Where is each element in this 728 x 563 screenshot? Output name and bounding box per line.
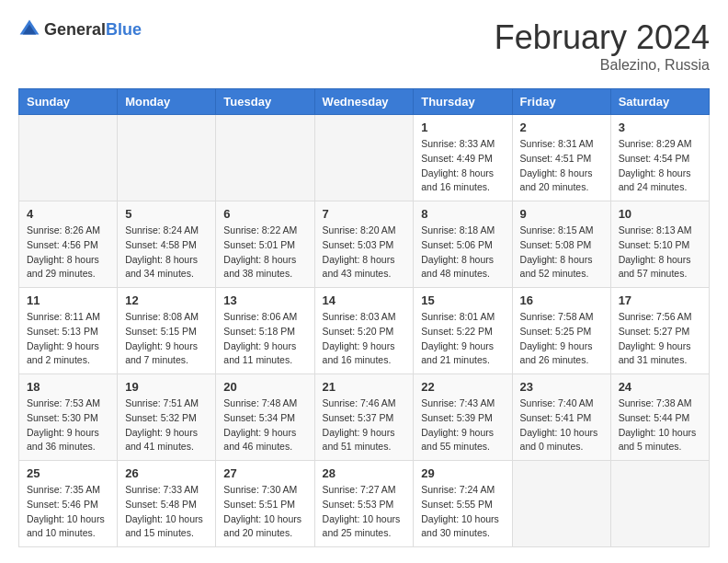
- day-info: Sunrise: 8:29 AM Sunset: 4:54 PM Dayligh…: [619, 137, 701, 195]
- day-number: 11: [27, 293, 109, 307]
- day-number: 16: [520, 293, 603, 307]
- day-cell: 20Sunrise: 7:48 AM Sunset: 5:34 PM Dayli…: [216, 374, 314, 461]
- logo: GeneralBlue: [18, 18, 142, 40]
- day-number: 15: [421, 293, 504, 307]
- day-cell: 25Sunrise: 7:35 AM Sunset: 5:46 PM Dayli…: [19, 461, 118, 547]
- day-info: Sunrise: 8:15 AM Sunset: 5:08 PM Dayligh…: [520, 224, 603, 282]
- day-number: 25: [27, 466, 109, 480]
- day-info: Sunrise: 7:40 AM Sunset: 5:41 PM Dayligh…: [520, 396, 603, 454]
- day-cell: 4Sunrise: 8:26 AM Sunset: 4:56 PM Daylig…: [19, 201, 118, 288]
- day-number: 29: [421, 466, 504, 480]
- day-info: Sunrise: 7:38 AM Sunset: 5:44 PM Dayligh…: [619, 396, 701, 454]
- day-info: Sunrise: 7:51 AM Sunset: 5:32 PM Dayligh…: [125, 396, 208, 454]
- day-cell: 8Sunrise: 8:18 AM Sunset: 5:06 PM Daylig…: [414, 201, 512, 288]
- day-cell: 16Sunrise: 7:58 AM Sunset: 5:25 PM Dayli…: [512, 288, 610, 374]
- day-number: 9: [520, 207, 603, 221]
- day-number: 2: [520, 121, 603, 134]
- day-info: Sunrise: 7:48 AM Sunset: 5:34 PM Dayligh…: [223, 396, 306, 454]
- day-info: Sunrise: 8:31 AM Sunset: 4:51 PM Dayligh…: [520, 137, 603, 195]
- day-cell: 9Sunrise: 8:15 AM Sunset: 5:08 PM Daylig…: [512, 201, 610, 288]
- day-cell: 1Sunrise: 8:33 AM Sunset: 4:49 PM Daylig…: [414, 115, 512, 201]
- day-cell: 22Sunrise: 7:43 AM Sunset: 5:39 PM Dayli…: [414, 374, 512, 461]
- weekday-header-sunday: Sunday: [19, 89, 118, 115]
- title-area: February 2024 Balezino, Russia: [495, 18, 710, 74]
- day-number: 23: [520, 380, 603, 394]
- day-info: Sunrise: 7:35 AM Sunset: 5:46 PM Dayligh…: [27, 483, 109, 541]
- day-cell: [216, 115, 314, 201]
- logo-text-blue: Blue: [106, 20, 142, 39]
- week-row-5: 25Sunrise: 7:35 AM Sunset: 5:46 PM Dayli…: [19, 461, 710, 547]
- day-info: Sunrise: 8:18 AM Sunset: 5:06 PM Dayligh…: [421, 224, 504, 282]
- day-info: Sunrise: 7:33 AM Sunset: 5:48 PM Dayligh…: [125, 483, 208, 541]
- week-row-1: 1Sunrise: 8:33 AM Sunset: 4:49 PM Daylig…: [19, 115, 710, 201]
- day-number: 22: [421, 380, 504, 394]
- week-row-4: 18Sunrise: 7:53 AM Sunset: 5:30 PM Dayli…: [19, 374, 710, 461]
- day-cell: [512, 461, 610, 547]
- day-cell: 29Sunrise: 7:24 AM Sunset: 5:55 PM Dayli…: [414, 461, 512, 547]
- weekday-header-wednesday: Wednesday: [314, 89, 414, 115]
- day-number: 6: [223, 207, 306, 221]
- weekday-header-saturday: Saturday: [610, 89, 709, 115]
- day-number: 10: [619, 207, 701, 221]
- day-info: Sunrise: 7:43 AM Sunset: 5:39 PM Dayligh…: [421, 396, 504, 454]
- day-info: Sunrise: 8:22 AM Sunset: 5:01 PM Dayligh…: [223, 224, 306, 282]
- day-cell: 26Sunrise: 7:33 AM Sunset: 5:48 PM Dayli…: [118, 461, 216, 547]
- day-number: 21: [323, 380, 406, 394]
- main-title: February 2024: [495, 18, 710, 57]
- day-cell: [118, 115, 216, 201]
- day-number: 26: [125, 466, 208, 480]
- day-info: Sunrise: 7:56 AM Sunset: 5:27 PM Dayligh…: [619, 310, 701, 368]
- day-number: 3: [619, 121, 701, 134]
- day-info: Sunrise: 7:24 AM Sunset: 5:55 PM Dayligh…: [421, 483, 504, 541]
- logo-text-general: General: [44, 20, 106, 39]
- day-cell: 17Sunrise: 7:56 AM Sunset: 5:27 PM Dayli…: [610, 288, 709, 374]
- weekday-header-monday: Monday: [118, 89, 216, 115]
- weekday-header-thursday: Thursday: [414, 89, 512, 115]
- day-cell: 23Sunrise: 7:40 AM Sunset: 5:41 PM Dayli…: [512, 374, 610, 461]
- day-number: 12: [125, 293, 208, 307]
- day-cell: 10Sunrise: 8:13 AM Sunset: 5:10 PM Dayli…: [610, 201, 709, 288]
- day-cell: [19, 115, 118, 201]
- day-cell: [314, 115, 414, 201]
- day-number: 28: [323, 466, 406, 480]
- day-cell: 15Sunrise: 8:01 AM Sunset: 5:22 PM Dayli…: [414, 288, 512, 374]
- day-info: Sunrise: 7:53 AM Sunset: 5:30 PM Dayligh…: [27, 396, 109, 454]
- day-info: Sunrise: 8:03 AM Sunset: 5:20 PM Dayligh…: [323, 310, 406, 368]
- day-number: 20: [223, 380, 306, 394]
- day-number: 14: [323, 293, 406, 307]
- day-cell: 14Sunrise: 8:03 AM Sunset: 5:20 PM Dayli…: [314, 288, 414, 374]
- day-number: 13: [223, 293, 306, 307]
- day-cell: 19Sunrise: 7:51 AM Sunset: 5:32 PM Dayli…: [118, 374, 216, 461]
- day-number: 27: [223, 466, 306, 480]
- day-info: Sunrise: 8:20 AM Sunset: 5:03 PM Dayligh…: [323, 224, 406, 282]
- weekday-header-friday: Friday: [512, 89, 610, 115]
- day-info: Sunrise: 7:46 AM Sunset: 5:37 PM Dayligh…: [323, 396, 406, 454]
- logo-icon: [18, 18, 40, 40]
- day-cell: 6Sunrise: 8:22 AM Sunset: 5:01 PM Daylig…: [216, 201, 314, 288]
- day-cell: 12Sunrise: 8:08 AM Sunset: 5:15 PM Dayli…: [118, 288, 216, 374]
- day-number: 4: [27, 207, 109, 221]
- day-cell: 18Sunrise: 7:53 AM Sunset: 5:30 PM Dayli…: [19, 374, 118, 461]
- day-info: Sunrise: 8:24 AM Sunset: 4:58 PM Dayligh…: [125, 224, 208, 282]
- weekday-header-tuesday: Tuesday: [216, 89, 314, 115]
- day-number: 8: [421, 207, 504, 221]
- day-cell: 27Sunrise: 7:30 AM Sunset: 5:51 PM Dayli…: [216, 461, 314, 547]
- subtitle: Balezino, Russia: [495, 57, 710, 74]
- day-cell: 21Sunrise: 7:46 AM Sunset: 5:37 PM Dayli…: [314, 374, 414, 461]
- day-number: 24: [619, 380, 701, 394]
- day-info: Sunrise: 8:11 AM Sunset: 5:13 PM Dayligh…: [27, 310, 109, 368]
- day-cell: 5Sunrise: 8:24 AM Sunset: 4:58 PM Daylig…: [118, 201, 216, 288]
- day-number: 7: [323, 207, 406, 221]
- day-number: 18: [27, 380, 109, 394]
- day-cell: 2Sunrise: 8:31 AM Sunset: 4:51 PM Daylig…: [512, 115, 610, 201]
- day-info: Sunrise: 8:13 AM Sunset: 5:10 PM Dayligh…: [619, 224, 701, 282]
- calendar: SundayMondayTuesdayWednesdayThursdayFrid…: [18, 88, 710, 547]
- day-info: Sunrise: 8:01 AM Sunset: 5:22 PM Dayligh…: [421, 310, 504, 368]
- day-cell: 11Sunrise: 8:11 AM Sunset: 5:13 PM Dayli…: [19, 288, 118, 374]
- week-row-2: 4Sunrise: 8:26 AM Sunset: 4:56 PM Daylig…: [19, 201, 710, 288]
- day-info: Sunrise: 7:30 AM Sunset: 5:51 PM Dayligh…: [223, 483, 306, 541]
- week-row-3: 11Sunrise: 8:11 AM Sunset: 5:13 PM Dayli…: [19, 288, 710, 374]
- day-info: Sunrise: 8:06 AM Sunset: 5:18 PM Dayligh…: [223, 310, 306, 368]
- day-cell: 3Sunrise: 8:29 AM Sunset: 4:54 PM Daylig…: [610, 115, 709, 201]
- day-cell: 13Sunrise: 8:06 AM Sunset: 5:18 PM Dayli…: [216, 288, 314, 374]
